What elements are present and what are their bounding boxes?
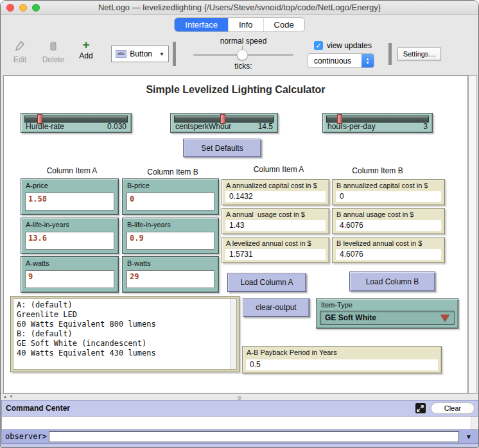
slider-name: hours-per-day [327, 122, 376, 131]
input-a-life-in-years: A-life-in-years 13.6 [21, 218, 119, 254]
view-updates-label: view updates [327, 41, 372, 50]
input-label: A-life-in-years [21, 218, 118, 228]
tab-bar: Interface Info Code [1, 15, 478, 34]
settings-button[interactable]: Settings… [397, 47, 441, 60]
widget-type-dropdown[interactable]: abc Button ▼ [111, 46, 169, 62]
command-center-log[interactable] [1, 417, 479, 429]
monitor-value: 4.6076 [336, 249, 441, 260]
load-column-b-button[interactable]: Load Column B [349, 271, 435, 291]
tab-code[interactable]: Code [263, 18, 304, 31]
input-field[interactable]: 0 [126, 193, 214, 211]
observer-prompt: observer> [2, 432, 49, 441]
edit-label: Edit [13, 55, 27, 64]
item-type-chooser: Item-Type GE Soft White [316, 298, 458, 329]
tab-interface[interactable]: Interface [175, 18, 228, 31]
monitor-b-annualized-capital: B annualized capital cost in $ 0 [332, 179, 445, 205]
view-updates-checkbox[interactable]: ✓ [314, 41, 323, 50]
tab-info[interactable]: Info [228, 18, 263, 31]
monitor-label: A annualized capital cost in $ [222, 180, 329, 189]
monitor-value: 1.43 [225, 220, 326, 231]
input-field[interactable]: 29 [126, 270, 214, 288]
ticks-label: ticks: [193, 62, 293, 71]
slider-value: 0.030 [107, 122, 126, 131]
interface-canvas: Simple Levelized Lighting Calculator Hur… [3, 75, 468, 393]
chooser-label: Item-Type [317, 299, 458, 309]
output-line: 60 Watts Equivalent 800 lumens [17, 320, 233, 329]
input-b-life-in-years: B-life-in-years 0.9 [122, 218, 219, 254]
input-label: A-watts [21, 257, 118, 267]
input-a-watts: A-watts 9 [21, 256, 119, 293]
add-label: Add [79, 51, 92, 60]
input-field[interactable]: 13.6 [25, 232, 114, 250]
history-dropdown-icon[interactable]: ▼ [459, 433, 478, 440]
close-button[interactable] [6, 4, 14, 12]
monitor-a-annualized-capital: A annualized capital cost in $ 0.1432 [222, 179, 329, 205]
tab-segmented-control: Interface Info Code [174, 17, 304, 32]
monitor-b-annual-usage: B annual usage cost in $ 4.6076 [332, 208, 445, 234]
input-label: B-price [123, 179, 218, 189]
monitor-value: 0.5 [246, 359, 438, 370]
monitor-value: 4.6076 [336, 220, 441, 231]
chooser-dropdown-icon [440, 314, 449, 322]
right-column-b-header: Column Item B [333, 166, 422, 175]
traffic-lights [6, 4, 40, 12]
slider-centsperkwhour[interactable]: centsperkWhour 14.5 [170, 113, 278, 133]
update-mode-select[interactable]: continuous ▲▼ [308, 53, 374, 68]
input-field[interactable]: 1.58 [25, 193, 114, 211]
input-field[interactable]: 9 [25, 270, 114, 288]
stepper-icon: ▲▼ [361, 54, 374, 67]
toolbar: Edit Delete + Add abc Button ▼ normal sp… [1, 34, 478, 75]
slider-hours-per-day[interactable]: hours-per-day 3 [322, 113, 433, 133]
edit-button[interactable]: Edit [11, 40, 29, 64]
slider-value: 14.5 [258, 122, 273, 131]
widget-type-value: Button [130, 49, 156, 58]
command-input-row: observer> ▼ [1, 429, 479, 444]
monitor-value: 1.5731 [225, 249, 326, 260]
speed-slider-label: normal speed [193, 37, 293, 46]
clear-button[interactable]: Clear [431, 402, 475, 414]
slider-hurdle-rate[interactable]: Hurdle-rate 0.030 [21, 113, 132, 133]
clear-output-button[interactable]: clear-output [243, 298, 309, 317]
output-line: 40 Watts Equivalent 430 lumens [17, 349, 233, 358]
splitter-arrows-icon[interactable]: ▲ ▼ [3, 395, 14, 399]
input-label: B-life-in-years [123, 218, 218, 228]
splitter-bar[interactable]: ▲ ▼ [1, 393, 478, 400]
trash-icon [48, 40, 59, 54]
chevron-down-icon: ▼ [159, 51, 164, 57]
slider-value: 3 [423, 122, 428, 131]
monitor-a-levelized-annual: A levelized annual cost in $ 1.5731 [222, 237, 329, 263]
output-text: A: (default)Greenlite LED60 Watts Equiva… [13, 298, 237, 370]
monitor-label: A-B Payback Period in Years [243, 347, 441, 356]
monitor-label: A annual usage cost in $ [222, 209, 329, 218]
chooser-select[interactable]: GE Soft White [320, 311, 455, 325]
add-button[interactable]: + Add [77, 39, 95, 60]
monitor-payback-period: A-B Payback Period in Years 0.5 [242, 346, 442, 374]
command-center-footer [1, 444, 479, 448]
monitor-value: 0.1432 [225, 191, 326, 202]
set-defaults-button[interactable]: Set Defaults [183, 139, 261, 157]
output-scrollbar[interactable] [230, 299, 236, 369]
chooser-value: GE Soft White [325, 313, 376, 322]
monitor-label: B annual usage cost in $ [333, 209, 444, 218]
input-b-watts: B-watts 29 [122, 256, 219, 293]
load-column-a-button[interactable]: Load Column A [227, 273, 306, 292]
delete-button[interactable]: Delete [40, 40, 66, 64]
maximize-button[interactable] [32, 4, 40, 12]
command-log-scrollbar[interactable] [471, 417, 478, 429]
output-line: Greenlite LED [17, 310, 233, 320]
command-center-title: Command Center [6, 404, 70, 413]
left-column-b-header: Column Item B [128, 168, 218, 177]
monitor-label: B annualized capital cost in $ [333, 180, 444, 189]
input-field[interactable]: 0.9 [126, 232, 214, 250]
output-line: A: (default) [17, 300, 233, 310]
input-a-price: A-price 1.58 [21, 178, 119, 215]
output-box: A: (default)Greenlite LED60 Watts Equiva… [10, 296, 240, 372]
main-vertical-scrollbar[interactable] [468, 75, 477, 393]
command-input[interactable] [49, 431, 459, 442]
speed-slider-thumb[interactable] [237, 49, 248, 60]
minimize-button[interactable] [19, 4, 27, 12]
right-column-a-header: Column Item A [234, 165, 324, 174]
monitor-b-levelized-annual: B levelized annual cost in $ 4.6076 [332, 237, 445, 263]
expand-icon[interactable] [415, 403, 426, 413]
delete-label: Delete [42, 55, 65, 64]
